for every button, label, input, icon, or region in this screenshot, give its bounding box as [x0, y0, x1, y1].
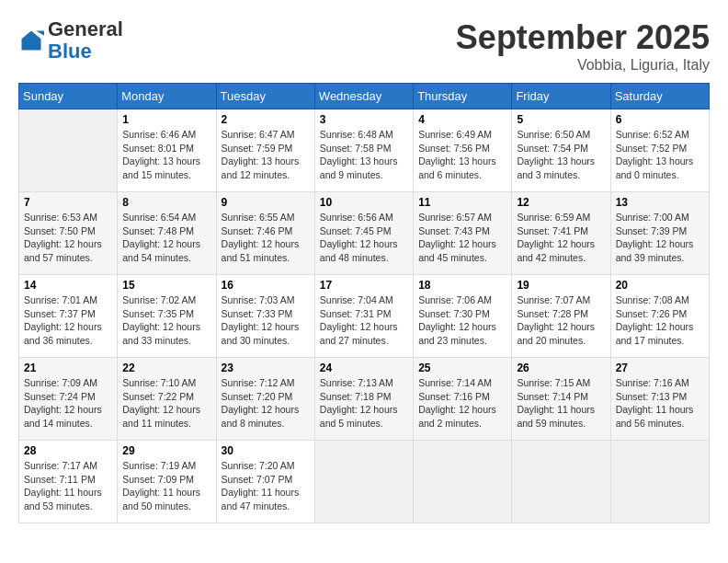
day-detail: Sunrise: 6:57 AMSunset: 7:43 PMDaylight:… [418, 212, 496, 263]
page-header: General Blue September 2025 Vobbia, Ligu… [18, 18, 710, 74]
day-number: 15 [122, 279, 210, 292]
day-detail: Sunrise: 7:17 AMSunset: 7:11 PMDaylight:… [24, 460, 102, 511]
day-detail: Sunrise: 7:10 AMSunset: 7:22 PMDaylight:… [122, 377, 200, 429]
calendar-cell: 1Sunrise: 6:46 AMSunset: 8:01 PMDaylight… [118, 109, 216, 192]
calendar-cell: 15Sunrise: 7:02 AMSunset: 7:35 PMDayligh… [118, 275, 216, 358]
day-header-saturday: Saturday [610, 84, 709, 109]
calendar-cell: 18Sunrise: 7:06 AMSunset: 7:30 PMDayligh… [414, 275, 512, 358]
day-number: 10 [320, 196, 408, 209]
day-number: 19 [517, 279, 605, 292]
calendar-cell: 19Sunrise: 7:07 AMSunset: 7:28 PMDayligh… [512, 275, 610, 358]
day-detail: Sunrise: 7:20 AMSunset: 7:07 PMDaylight:… [222, 460, 300, 511]
day-detail: Sunrise: 7:02 AMSunset: 7:35 PMDaylight:… [122, 294, 200, 346]
day-header-thursday: Thursday [414, 84, 512, 109]
day-number: 7 [24, 196, 112, 209]
calendar-cell: 23Sunrise: 7:12 AMSunset: 7:20 PMDayligh… [216, 358, 314, 441]
calendar-cell: 9Sunrise: 6:55 AMSunset: 7:46 PMDaylight… [216, 192, 314, 275]
header-row: SundayMondayTuesdayWednesdayThursdayFrid… [19, 84, 710, 109]
calendar-cell: 24Sunrise: 7:13 AMSunset: 7:18 PMDayligh… [314, 358, 413, 441]
svg-marker-0 [22, 31, 41, 51]
calendar-cell: 11Sunrise: 6:57 AMSunset: 7:43 PMDayligh… [414, 192, 512, 275]
day-detail: Sunrise: 6:59 AMSunset: 7:41 PMDaylight:… [517, 212, 595, 263]
day-detail: Sunrise: 7:07 AMSunset: 7:28 PMDaylight:… [517, 294, 595, 346]
day-header-wednesday: Wednesday [314, 84, 413, 109]
calendar-cell: 28Sunrise: 7:17 AMSunset: 7:11 PMDayligh… [19, 441, 118, 523]
day-number: 3 [320, 113, 408, 126]
day-detail: Sunrise: 7:08 AMSunset: 7:26 PMDaylight:… [616, 294, 694, 346]
day-number: 9 [222, 196, 310, 209]
calendar-cell [314, 441, 413, 523]
day-detail: Sunrise: 7:09 AMSunset: 7:24 PMDaylight:… [24, 377, 102, 429]
day-detail: Sunrise: 6:53 AMSunset: 7:50 PMDaylight:… [24, 212, 102, 263]
day-detail: Sunrise: 6:52 AMSunset: 7:52 PMDaylight:… [616, 129, 694, 180]
day-number: 20 [616, 279, 704, 292]
day-detail: Sunrise: 7:12 AMSunset: 7:20 PMDaylight:… [222, 377, 300, 429]
calendar-cell: 17Sunrise: 7:04 AMSunset: 7:31 PMDayligh… [314, 275, 413, 358]
day-detail: Sunrise: 6:49 AMSunset: 7:56 PMDaylight:… [418, 129, 496, 180]
calendar-header: SundayMondayTuesdayWednesdayThursdayFrid… [19, 84, 710, 109]
calendar-cell: 5Sunrise: 6:50 AMSunset: 7:54 PMDaylight… [512, 109, 610, 192]
title-block: September 2025 Vobbia, Liguria, Italy [456, 18, 710, 74]
calendar-body: 1Sunrise: 6:46 AMSunset: 8:01 PMDaylight… [19, 109, 710, 523]
day-number: 11 [418, 196, 506, 209]
day-header-sunday: Sunday [19, 84, 118, 109]
day-number: 12 [517, 196, 605, 209]
day-header-monday: Monday [118, 84, 216, 109]
day-number: 14 [24, 279, 112, 292]
day-number: 30 [222, 444, 310, 457]
day-number: 24 [320, 362, 408, 374]
logo: General Blue [18, 18, 123, 63]
logo-general: General [48, 17, 123, 40]
day-detail: Sunrise: 6:55 AMSunset: 7:46 PMDaylight:… [222, 212, 300, 263]
calendar-cell: 7Sunrise: 6:53 AMSunset: 7:50 PMDaylight… [19, 192, 118, 275]
calendar-cell [610, 441, 709, 523]
day-detail: Sunrise: 6:48 AMSunset: 7:58 PMDaylight:… [320, 129, 398, 180]
day-number: 25 [418, 362, 506, 374]
day-header-tuesday: Tuesday [216, 84, 314, 109]
calendar-cell: 10Sunrise: 6:56 AMSunset: 7:45 PMDayligh… [314, 192, 413, 275]
day-detail: Sunrise: 6:54 AMSunset: 7:48 PMDaylight:… [122, 212, 200, 263]
calendar-week-1: 1Sunrise: 6:46 AMSunset: 8:01 PMDaylight… [19, 109, 710, 192]
day-number: 4 [418, 113, 506, 126]
calendar-cell: 2Sunrise: 6:47 AMSunset: 7:59 PMDaylight… [216, 109, 314, 192]
calendar-cell: 16Sunrise: 7:03 AMSunset: 7:33 PMDayligh… [216, 275, 314, 358]
day-detail: Sunrise: 7:06 AMSunset: 7:30 PMDaylight:… [418, 294, 496, 346]
calendar-week-3: 14Sunrise: 7:01 AMSunset: 7:37 PMDayligh… [19, 275, 710, 358]
calendar-cell: 13Sunrise: 7:00 AMSunset: 7:39 PMDayligh… [610, 192, 709, 275]
day-detail: Sunrise: 7:13 AMSunset: 7:18 PMDaylight:… [320, 377, 398, 429]
day-number: 21 [24, 362, 112, 374]
day-detail: Sunrise: 6:56 AMSunset: 7:45 PMDaylight:… [320, 212, 398, 263]
day-detail: Sunrise: 7:04 AMSunset: 7:31 PMDaylight:… [320, 294, 398, 346]
day-number: 27 [616, 362, 704, 374]
day-number: 6 [616, 113, 704, 126]
calendar-cell: 14Sunrise: 7:01 AMSunset: 7:37 PMDayligh… [19, 275, 118, 358]
calendar-cell: 3Sunrise: 6:48 AMSunset: 7:58 PMDaylight… [314, 109, 413, 192]
day-detail: Sunrise: 7:15 AMSunset: 7:14 PMDaylight:… [517, 377, 595, 429]
calendar-cell [414, 441, 512, 523]
day-number: 18 [418, 279, 506, 292]
day-detail: Sunrise: 6:50 AMSunset: 7:54 PMDaylight:… [517, 129, 595, 180]
logo-text: General Blue [48, 18, 123, 63]
day-detail: Sunrise: 7:01 AMSunset: 7:37 PMDaylight:… [24, 294, 102, 346]
calendar-cell: 12Sunrise: 6:59 AMSunset: 7:41 PMDayligh… [512, 192, 610, 275]
calendar-week-2: 7Sunrise: 6:53 AMSunset: 7:50 PMDaylight… [19, 192, 710, 275]
calendar-week-5: 28Sunrise: 7:17 AMSunset: 7:11 PMDayligh… [19, 441, 710, 523]
calendar-table: SundayMondayTuesdayWednesdayThursdayFrid… [18, 83, 710, 523]
day-number: 13 [616, 196, 704, 209]
day-number: 26 [517, 362, 605, 374]
day-detail: Sunrise: 7:14 AMSunset: 7:16 PMDaylight:… [418, 377, 496, 429]
calendar-cell: 20Sunrise: 7:08 AMSunset: 7:26 PMDayligh… [610, 275, 709, 358]
logo-blue: Blue [48, 40, 92, 63]
day-header-friday: Friday [512, 84, 610, 109]
day-detail: Sunrise: 6:47 AMSunset: 7:59 PMDaylight:… [222, 129, 300, 180]
location: Vobbia, Liguria, Italy [456, 57, 710, 74]
calendar-cell: 8Sunrise: 6:54 AMSunset: 7:48 PMDaylight… [118, 192, 216, 275]
calendar-cell: 21Sunrise: 7:09 AMSunset: 7:24 PMDayligh… [19, 358, 118, 441]
day-detail: Sunrise: 6:46 AMSunset: 8:01 PMDaylight:… [122, 129, 200, 180]
svg-marker-1 [36, 31, 44, 36]
calendar-cell [19, 109, 118, 192]
calendar-cell: 30Sunrise: 7:20 AMSunset: 7:07 PMDayligh… [216, 441, 314, 523]
logo-icon [18, 28, 44, 53]
calendar-cell: 6Sunrise: 6:52 AMSunset: 7:52 PMDaylight… [610, 109, 709, 192]
calendar-cell: 25Sunrise: 7:14 AMSunset: 7:16 PMDayligh… [414, 358, 512, 441]
